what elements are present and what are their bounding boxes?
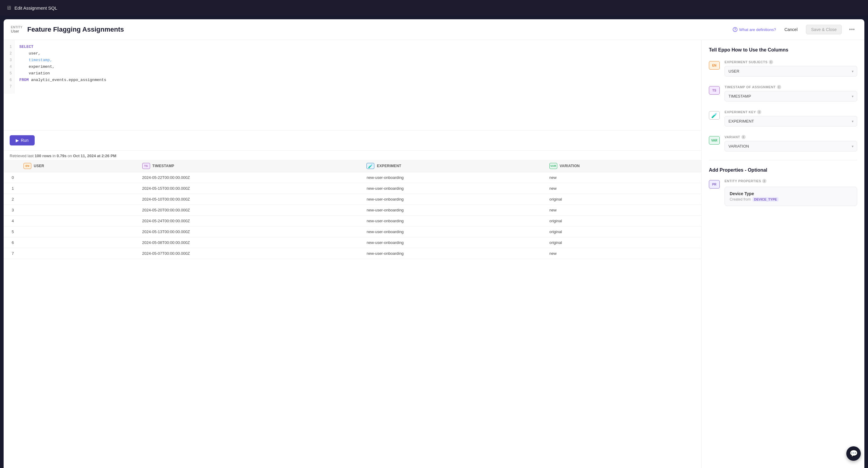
cell-user <box>19 183 137 194</box>
timestamp-info-icon: i <box>777 85 781 89</box>
cell-timestamp: 2024-05-20T00:00:00.000Z <box>137 205 362 215</box>
mapping-row-subjects: EN EXPERIMENT SUBJECTS i USER <box>709 60 857 76</box>
page-title: Feature Flagging Assignments <box>27 26 728 33</box>
run-area: ▶ Run <box>4 130 701 151</box>
nav-title: Edit Assignment SQL <box>14 5 57 10</box>
cell-experiment: new-user-onboarding <box>362 227 544 237</box>
page-header: ENTITY User Feature Flagging Assignments… <box>4 19 864 40</box>
mapping-row-experiment: 🧪 EXPERIMENT KEY i EXPERIMENT <box>709 110 857 127</box>
cell-variation: original <box>545 215 701 227</box>
right-panel-title: Tell Eppo How to Use the Columns <box>709 47 857 53</box>
run-icon: ▶ <box>16 138 19 143</box>
cell-timestamp: 2024-05-24T00:00:00.000Z <box>137 215 362 227</box>
cell-user <box>19 172 137 183</box>
property-card: Device Type Created from DEVICE_TYPE <box>724 187 857 206</box>
cell-user <box>19 215 137 227</box>
variant-select[interactable]: VARIATION <box>724 141 857 152</box>
cell-idx: 7 <box>4 248 19 259</box>
code-lines: 1 2 3 4 5 6 7 SELECT user, timestamp, ex… <box>4 40 701 94</box>
cell-timestamp: 2024-05-13T00:00:00.000Z <box>137 227 362 237</box>
cell-idx: 0 <box>4 172 19 183</box>
cell-experiment: new-user-onboarding <box>362 194 544 205</box>
cell-experiment: new-user-onboarding <box>362 215 544 227</box>
experiment-badge: 🧪 <box>367 163 374 169</box>
subjects-select[interactable]: USER <box>724 66 857 76</box>
mapping-row-timestamp: TS TIMESTAMP OF ASSIGNMENT i TIMESTAMP <box>709 85 857 101</box>
table-row: 7 2024-05-07T00:00:00.000Z new-user-onbo… <box>4 248 701 259</box>
cell-user <box>19 248 137 259</box>
what-definitions-button[interactable]: ? What are definitions? <box>733 27 776 32</box>
variant-select-wrap[interactable]: VARIATION <box>724 141 857 152</box>
table-row: 0 2024-05-22T00:00:00.000Z new-user-onbo… <box>4 172 701 183</box>
chat-button[interactable]: 💬 <box>846 446 861 461</box>
col-header-idx <box>4 160 19 172</box>
cell-idx: 5 <box>4 227 19 237</box>
cell-variation: new <box>545 172 701 183</box>
entity-badge: ENTITY User <box>11 26 23 33</box>
cell-experiment: new-user-onboarding <box>362 205 544 215</box>
experiment-info-icon: i <box>757 110 761 114</box>
more-options-button[interactable]: ••• <box>846 25 857 34</box>
variation-badge: VAR <box>550 163 557 169</box>
results-area: EN USER TS TIMESTAMP <box>4 160 701 468</box>
cell-variation: new <box>545 205 701 215</box>
cell-variation: original <box>545 237 701 248</box>
main-container: ENTITY User Feature Flagging Assignments… <box>4 19 864 468</box>
timestamp-mapping-badge: TS <box>709 86 720 95</box>
table-row: 2 2024-05-10T00:00:00.000Z new-user-onbo… <box>4 194 701 205</box>
col-header-variation: VAR VARIATION <box>545 160 701 172</box>
cell-idx: 6 <box>4 237 19 248</box>
properties-badge: PR <box>709 180 720 189</box>
cell-user <box>19 237 137 248</box>
nav-icon: 🖥 <box>6 5 11 11</box>
code-content: SELECT user, timestamp, experiment, vari… <box>14 40 701 94</box>
cell-timestamp: 2024-05-08T00:00:00.000Z <box>137 237 362 248</box>
timestamp-select-wrap[interactable]: TIMESTAMP <box>724 91 857 101</box>
timestamp-select[interactable]: TIMESTAMP <box>724 91 857 101</box>
table-row: 6 2024-05-08T00:00:00.000Z new-user-onbo… <box>4 237 701 248</box>
entity-value: User <box>11 29 19 33</box>
timestamp-label: TIMESTAMP OF ASSIGNMENT i <box>724 85 857 89</box>
cell-variation: original <box>545 194 701 205</box>
run-button[interactable]: ▶ Run <box>10 135 35 145</box>
col-header-timestamp: TS TIMESTAMP <box>137 160 362 172</box>
optional-title: Add Properties - Optional <box>709 167 857 173</box>
mapping-row-properties: PR ENTITY PROPERTIES i Device Type Creat… <box>709 179 857 206</box>
table-row: 4 2024-05-24T00:00:00.000Z new-user-onbo… <box>4 215 701 227</box>
content-area: 1 2 3 4 5 6 7 SELECT user, timestamp, ex… <box>4 40 864 468</box>
cell-experiment: new-user-onboarding <box>362 183 544 194</box>
top-nav: 🖥 Edit Assignment SQL <box>0 0 868 16</box>
cell-variation: new <box>545 248 701 259</box>
user-badge: EN <box>24 163 31 169</box>
cell-idx: 4 <box>4 215 19 227</box>
property-name: Device Type <box>730 191 852 196</box>
svg-text:?: ? <box>734 28 736 31</box>
variant-mapping-badge: VAR <box>709 136 720 144</box>
cell-timestamp: 2024-05-10T00:00:00.000Z <box>137 194 362 205</box>
subjects-label: EXPERIMENT SUBJECTS i <box>724 60 857 64</box>
results-table: EN USER TS TIMESTAMP <box>4 160 701 259</box>
save-close-button[interactable]: Save & Close <box>806 25 842 34</box>
header-actions: ? What are definitions? Cancel Save & Cl… <box>733 25 857 34</box>
cell-user <box>19 227 137 237</box>
table-row: 3 2024-05-20T00:00:00.000Z new-user-onbo… <box>4 205 701 215</box>
experiment-select[interactable]: EXPERIMENT <box>724 116 857 127</box>
code-editor[interactable]: 1 2 3 4 5 6 7 SELECT user, timestamp, ex… <box>4 40 701 130</box>
run-label: Run <box>21 138 29 143</box>
property-source-label: Created from <box>730 197 751 201</box>
properties-info-icon: i <box>762 179 767 183</box>
col-header-experiment: 🧪 EXPERIMENT <box>362 160 544 172</box>
table-header: EN USER TS TIMESTAMP <box>4 160 701 172</box>
subjects-select-wrap[interactable]: USER <box>724 66 857 76</box>
results-summary: Retrieved last 100 rows in 0.79s on Oct … <box>4 151 701 160</box>
cell-user <box>19 205 137 215</box>
cell-user <box>19 194 137 205</box>
experiment-label: EXPERIMENT KEY i <box>724 110 857 114</box>
table-row: 1 2024-05-15T00:00:00.000Z new-user-onbo… <box>4 183 701 194</box>
left-panel: 1 2 3 4 5 6 7 SELECT user, timestamp, ex… <box>4 40 702 468</box>
property-source: Created from DEVICE_TYPE <box>730 197 852 201</box>
cancel-button[interactable]: Cancel <box>781 25 801 34</box>
mapping-row-variant: VAR VARIANT i VARIATION <box>709 135 857 152</box>
experiment-select-wrap[interactable]: EXPERIMENT <box>724 116 857 127</box>
experiment-mapping-badge: 🧪 <box>709 111 720 120</box>
